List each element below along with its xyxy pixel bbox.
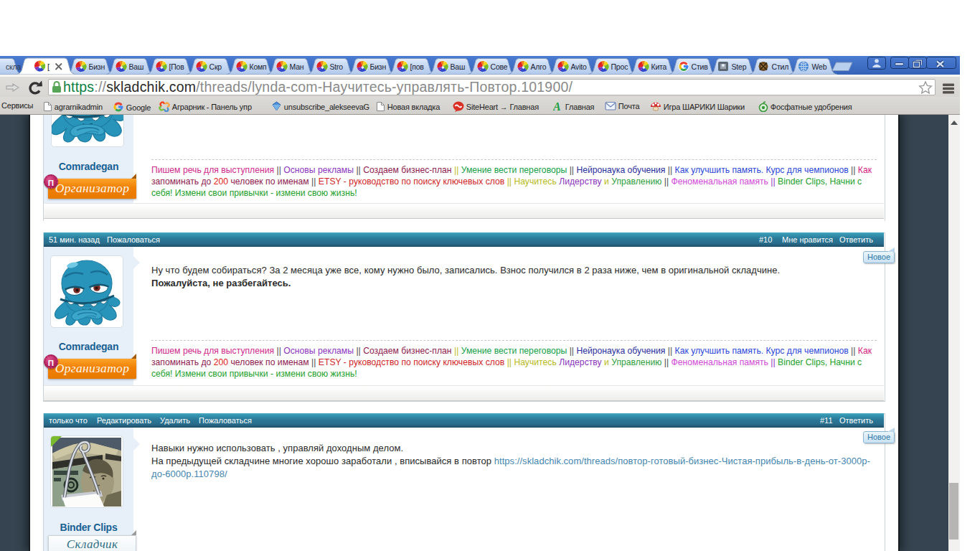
svg-text:Стив: Стив [692, 62, 709, 71]
svg-text:Скр: Скр [209, 62, 222, 71]
svg-text:A: A [553, 101, 561, 111]
svg-text:Прос: Прос [611, 62, 628, 71]
svg-text:Avito: Avito [571, 62, 588, 71]
svg-text:Web: Web [812, 62, 827, 71]
svg-text:скла: скла [6, 62, 21, 71]
svg-text:Бизн: Бизн [89, 62, 105, 71]
svg-text:Сове: Сове [491, 62, 508, 71]
svg-text:Stro: Stro [330, 62, 344, 71]
svg-text:Ман: Ман [290, 62, 304, 71]
svg-text:[: [ [47, 62, 50, 71]
svg-text:Ваш: Ваш [451, 62, 466, 71]
svg-text:Бизн: Бизн [370, 62, 387, 71]
svg-text:Кита: Кита [651, 62, 667, 71]
svg-text:Ваш: Ваш [129, 62, 144, 71]
svg-text:Алго: Алго [531, 62, 547, 71]
svg-text:Step: Step [732, 62, 747, 71]
svg-text:[пов: [пов [410, 62, 425, 71]
svg-text:Стил: Стил [772, 62, 789, 71]
svg-text:[Пов: [Пов [169, 62, 185, 71]
svg-text:Комп: Комп [250, 62, 267, 71]
